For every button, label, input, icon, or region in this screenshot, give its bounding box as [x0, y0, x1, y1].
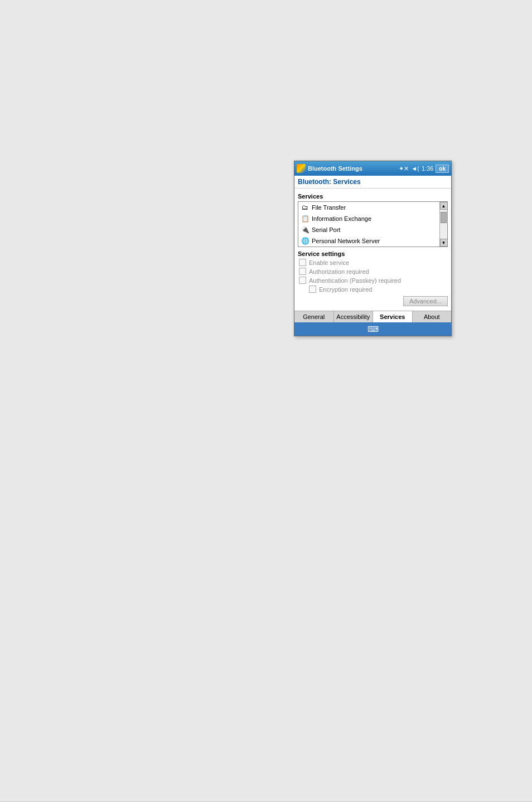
keyboard-icon[interactable]: ⌨: [367, 325, 379, 334]
device-window: Bluetooth Settings ✦✕ ◄( 1:36 ok Bluetoo…: [294, 161, 452, 336]
personal-network-icon: 🌐: [301, 236, 309, 245]
services-group-label: Services: [298, 193, 448, 200]
file-transfer-icon: 🗂: [301, 203, 309, 212]
advanced-button[interactable]: Advanced...: [403, 296, 448, 306]
encryption-required-row: Encryption required: [298, 286, 448, 293]
services-list[interactable]: 🗂 File Transfer 📋 Information Exchange 🔌…: [298, 201, 448, 247]
section-heading: Bluetooth: Services: [294, 176, 451, 189]
content-area: Services 🗂 File Transfer 📋 Information E…: [294, 189, 451, 311]
tab-about-label: About: [424, 313, 440, 320]
tab-general[interactable]: General: [294, 311, 334, 322]
auth-required-row: Authorization required: [298, 268, 448, 275]
scrollbar-track: [440, 210, 447, 239]
list-scrollbar[interactable]: ▲ ▼: [439, 202, 447, 247]
advanced-btn-row: Advanced...: [298, 296, 448, 306]
enable-service-checkbox[interactable]: [299, 259, 306, 266]
tab-bar: General Accessibility Services About: [294, 311, 451, 322]
bluetooth-app-icon: [297, 164, 306, 173]
info-exchange-icon: 📋: [301, 214, 309, 223]
encryption-required-checkbox[interactable]: [309, 286, 316, 293]
service-item-serial-port[interactable]: 🔌 Serial Port: [298, 224, 439, 235]
passkey-required-checkbox[interactable]: [299, 277, 306, 284]
encryption-required-label: Encryption required: [319, 286, 372, 293]
scrollbar-thumb: [441, 212, 447, 223]
service-label-personal-network: Personal Network Server: [312, 238, 380, 244]
service-label-file-transfer: File Transfer: [312, 204, 346, 211]
service-item-file-transfer[interactable]: 🗂 File Transfer: [298, 202, 439, 213]
auth-required-checkbox[interactable]: [299, 268, 306, 275]
enable-service-row: Enable service: [298, 259, 448, 266]
service-item-personal-network[interactable]: 🌐 Personal Network Server: [298, 235, 439, 247]
service-settings-group: Service settings Enable service Authoriz…: [298, 250, 448, 306]
title-bar: Bluetooth Settings ✦✕ ◄( 1:36 ok: [294, 161, 451, 176]
tab-general-label: General: [303, 313, 325, 320]
page-background: [0, 0, 532, 802]
serial-port-icon: 🔌: [301, 225, 309, 234]
settings-icon: ✦✕: [399, 165, 409, 172]
tab-services-label: Services: [380, 313, 405, 320]
title-bar-icons: ✦✕ ◄( 1:36: [399, 165, 433, 172]
bottom-taskbar: ⌨: [294, 322, 451, 336]
scroll-down-arrow[interactable]: ▼: [440, 239, 448, 247]
passkey-required-row: Authentication (Passkey) required: [298, 277, 448, 284]
signal-icon: ◄(: [411, 165, 419, 172]
time-display: 1:36: [422, 165, 433, 172]
tab-about[interactable]: About: [413, 311, 452, 322]
service-settings-label: Service settings: [298, 250, 448, 257]
auth-required-label: Authorization required: [309, 268, 369, 275]
passkey-required-label: Authentication (Passkey) required: [309, 277, 401, 284]
title-bar-text: Bluetooth Settings: [308, 165, 396, 172]
tab-accessibility[interactable]: Accessibility: [334, 311, 374, 322]
scroll-up-arrow[interactable]: ▲: [440, 202, 448, 210]
tab-services[interactable]: Services: [373, 311, 413, 322]
service-label-serial-port: Serial Port: [312, 226, 340, 233]
service-label-info-exchange: Information Exchange: [312, 215, 371, 222]
tab-accessibility-label: Accessibility: [336, 313, 370, 320]
enable-service-label: Enable service: [309, 259, 349, 266]
service-item-info-exchange[interactable]: 📋 Information Exchange: [298, 213, 439, 224]
ok-button[interactable]: ok: [436, 165, 449, 173]
